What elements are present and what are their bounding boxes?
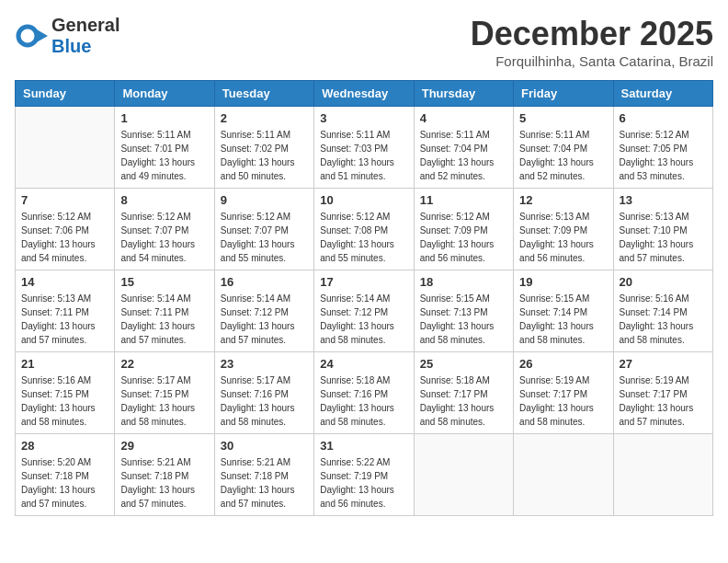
calendar-cell: 12Sunrise: 5:13 AMSunset: 7:09 PMDayligh… bbox=[514, 189, 613, 270]
calendar-cell: 5Sunrise: 5:11 AMSunset: 7:04 PMDaylight… bbox=[514, 107, 613, 189]
day-info: Sunrise: 5:12 AMSunset: 7:08 PMDaylight:… bbox=[320, 210, 407, 265]
calendar-cell: 22Sunrise: 5:17 AMSunset: 7:15 PMDayligh… bbox=[115, 352, 214, 434]
calendar-cell: 21Sunrise: 5:16 AMSunset: 7:15 PMDayligh… bbox=[16, 352, 115, 434]
calendar-cell: 8Sunrise: 5:12 AMSunset: 7:07 PMDaylight… bbox=[115, 189, 214, 270]
day-number: 26 bbox=[519, 357, 607, 371]
calendar: SundayMondayTuesdayWednesdayThursdayFrid… bbox=[15, 80, 713, 516]
calendar-cell: 31Sunrise: 5:22 AMSunset: 7:19 PMDayligh… bbox=[314, 434, 414, 516]
calendar-cell: 17Sunrise: 5:14 AMSunset: 7:12 PMDayligh… bbox=[314, 270, 414, 352]
weekday-header: Saturday bbox=[613, 81, 712, 107]
calendar-cell: 10Sunrise: 5:12 AMSunset: 7:08 PMDayligh… bbox=[314, 189, 414, 270]
calendar-cell: 19Sunrise: 5:15 AMSunset: 7:14 PMDayligh… bbox=[514, 270, 613, 352]
calendar-cell bbox=[514, 434, 613, 516]
day-info: Sunrise: 5:17 AMSunset: 7:16 PMDaylight:… bbox=[221, 373, 308, 429]
weekday-header: Monday bbox=[115, 81, 214, 107]
svg-marker-1 bbox=[35, 29, 48, 43]
calendar-cell: 27Sunrise: 5:19 AMSunset: 7:17 PMDayligh… bbox=[613, 352, 712, 434]
day-info: Sunrise: 5:18 AMSunset: 7:16 PMDaylight:… bbox=[320, 373, 407, 429]
day-number: 10 bbox=[320, 193, 407, 207]
day-number: 25 bbox=[420, 357, 507, 371]
day-number: 30 bbox=[221, 439, 308, 453]
calendar-cell: 20Sunrise: 5:16 AMSunset: 7:14 PMDayligh… bbox=[613, 270, 712, 352]
logo-blue: Blue bbox=[51, 36, 91, 56]
day-number: 31 bbox=[320, 439, 407, 453]
weekday-header: Thursday bbox=[414, 81, 513, 107]
day-info: Sunrise: 5:17 AMSunset: 7:15 PMDaylight:… bbox=[120, 373, 208, 429]
calendar-cell: 14Sunrise: 5:13 AMSunset: 7:11 PMDayligh… bbox=[16, 270, 115, 352]
calendar-cell: 11Sunrise: 5:12 AMSunset: 7:09 PMDayligh… bbox=[414, 189, 513, 270]
calendar-cell: 9Sunrise: 5:12 AMSunset: 7:07 PMDaylight… bbox=[214, 189, 313, 270]
calendar-cell: 18Sunrise: 5:15 AMSunset: 7:13 PMDayligh… bbox=[414, 270, 513, 352]
weekday-header: Sunday bbox=[16, 81, 115, 107]
calendar-cell: 25Sunrise: 5:18 AMSunset: 7:17 PMDayligh… bbox=[414, 352, 513, 434]
day-info: Sunrise: 5:14 AMSunset: 7:12 PMDaylight:… bbox=[320, 292, 407, 347]
day-info: Sunrise: 5:21 AMSunset: 7:18 PMDaylight:… bbox=[120, 455, 208, 511]
day-info: Sunrise: 5:14 AMSunset: 7:12 PMDaylight:… bbox=[221, 292, 308, 347]
day-number: 21 bbox=[21, 357, 108, 371]
day-info: Sunrise: 5:19 AMSunset: 7:17 PMDaylight:… bbox=[519, 373, 607, 429]
day-info: Sunrise: 5:16 AMSunset: 7:15 PMDaylight:… bbox=[21, 373, 108, 429]
day-info: Sunrise: 5:13 AMSunset: 7:10 PMDaylight:… bbox=[620, 210, 707, 265]
day-number: 4 bbox=[420, 111, 507, 125]
day-info: Sunrise: 5:13 AMSunset: 7:09 PMDaylight:… bbox=[519, 210, 607, 265]
calendar-cell: 1Sunrise: 5:11 AMSunset: 7:01 PMDaylight… bbox=[115, 107, 214, 189]
calendar-cell: 2Sunrise: 5:11 AMSunset: 7:02 PMDaylight… bbox=[214, 107, 313, 189]
calendar-cell: 30Sunrise: 5:21 AMSunset: 7:18 PMDayligh… bbox=[214, 434, 313, 516]
day-info: Sunrise: 5:11 AMSunset: 7:02 PMDaylight:… bbox=[221, 128, 308, 183]
calendar-cell: 15Sunrise: 5:14 AMSunset: 7:11 PMDayligh… bbox=[115, 270, 214, 352]
calendar-cell: 23Sunrise: 5:17 AMSunset: 7:16 PMDayligh… bbox=[214, 352, 313, 434]
location: Forquilhinha, Santa Catarina, Brazil bbox=[471, 53, 713, 69]
calendar-week-row: 21Sunrise: 5:16 AMSunset: 7:15 PMDayligh… bbox=[16, 352, 713, 434]
day-number: 12 bbox=[519, 193, 607, 207]
calendar-week-row: 28Sunrise: 5:20 AMSunset: 7:18 PMDayligh… bbox=[16, 434, 713, 516]
day-number: 17 bbox=[320, 275, 407, 289]
day-number: 13 bbox=[620, 193, 707, 207]
calendar-cell: 3Sunrise: 5:11 AMSunset: 7:03 PMDaylight… bbox=[314, 107, 414, 189]
calendar-cell bbox=[414, 434, 513, 516]
day-info: Sunrise: 5:11 AMSunset: 7:04 PMDaylight:… bbox=[519, 128, 607, 183]
day-number: 9 bbox=[221, 193, 308, 207]
calendar-week-row: 1Sunrise: 5:11 AMSunset: 7:01 PMDaylight… bbox=[16, 107, 713, 189]
calendar-cell bbox=[16, 107, 115, 189]
calendar-cell: 6Sunrise: 5:12 AMSunset: 7:05 PMDaylight… bbox=[613, 107, 712, 189]
day-number: 29 bbox=[120, 439, 208, 453]
day-number: 1 bbox=[120, 111, 208, 125]
day-number: 14 bbox=[21, 275, 108, 289]
day-info: Sunrise: 5:12 AMSunset: 7:07 PMDaylight:… bbox=[221, 210, 308, 265]
day-info: Sunrise: 5:21 AMSunset: 7:18 PMDaylight:… bbox=[221, 455, 308, 511]
day-info: Sunrise: 5:19 AMSunset: 7:17 PMDaylight:… bbox=[620, 373, 707, 429]
day-info: Sunrise: 5:22 AMSunset: 7:19 PMDaylight:… bbox=[320, 455, 407, 511]
calendar-cell: 13Sunrise: 5:13 AMSunset: 7:10 PMDayligh… bbox=[613, 189, 712, 270]
day-info: Sunrise: 5:15 AMSunset: 7:13 PMDaylight:… bbox=[420, 292, 507, 347]
page-header: General Blue December 2025 Forquilhinha,… bbox=[15, 15, 713, 69]
calendar-cell: 4Sunrise: 5:11 AMSunset: 7:04 PMDaylight… bbox=[414, 107, 513, 189]
weekday-header-row: SundayMondayTuesdayWednesdayThursdayFrid… bbox=[16, 81, 713, 107]
weekday-header: Tuesday bbox=[214, 81, 313, 107]
day-number: 2 bbox=[221, 111, 308, 125]
day-number: 18 bbox=[420, 275, 507, 289]
day-number: 16 bbox=[221, 275, 308, 289]
month-title: December 2025 bbox=[471, 15, 713, 53]
day-number: 3 bbox=[320, 111, 407, 125]
calendar-week-row: 14Sunrise: 5:13 AMSunset: 7:11 PMDayligh… bbox=[16, 270, 713, 352]
day-number: 15 bbox=[120, 275, 208, 289]
svg-point-0 bbox=[18, 27, 37, 45]
day-number: 22 bbox=[120, 357, 208, 371]
day-info: Sunrise: 5:12 AMSunset: 7:09 PMDaylight:… bbox=[420, 210, 507, 265]
calendar-cell: 28Sunrise: 5:20 AMSunset: 7:18 PMDayligh… bbox=[16, 434, 115, 516]
day-number: 23 bbox=[221, 357, 308, 371]
day-info: Sunrise: 5:16 AMSunset: 7:14 PMDaylight:… bbox=[620, 292, 707, 347]
day-number: 20 bbox=[620, 275, 707, 289]
title-section: December 2025 Forquilhinha, Santa Catari… bbox=[471, 15, 713, 69]
calendar-week-row: 7Sunrise: 5:12 AMSunset: 7:06 PMDaylight… bbox=[16, 189, 713, 270]
day-number: 27 bbox=[620, 357, 707, 371]
day-number: 6 bbox=[620, 111, 707, 125]
day-info: Sunrise: 5:14 AMSunset: 7:11 PMDaylight:… bbox=[120, 292, 208, 347]
calendar-cell: 7Sunrise: 5:12 AMSunset: 7:06 PMDaylight… bbox=[16, 189, 115, 270]
day-info: Sunrise: 5:11 AMSunset: 7:03 PMDaylight:… bbox=[320, 128, 407, 183]
day-number: 8 bbox=[120, 193, 208, 207]
calendar-cell: 16Sunrise: 5:14 AMSunset: 7:12 PMDayligh… bbox=[214, 270, 313, 352]
day-info: Sunrise: 5:12 AMSunset: 7:05 PMDaylight:… bbox=[620, 128, 707, 183]
day-info: Sunrise: 5:18 AMSunset: 7:17 PMDaylight:… bbox=[420, 373, 507, 429]
calendar-cell: 26Sunrise: 5:19 AMSunset: 7:17 PMDayligh… bbox=[514, 352, 613, 434]
